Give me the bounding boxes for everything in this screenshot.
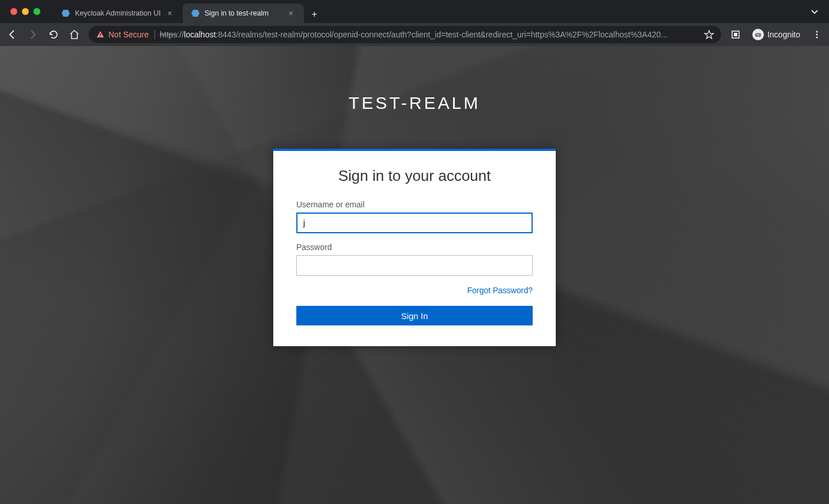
forgot-row: Forgot Password? (296, 285, 533, 295)
expand-tabs-button[interactable] (805, 7, 824, 16)
keycloak-favicon-icon (61, 9, 70, 18)
password-label: Password (296, 242, 533, 252)
close-window-button[interactable] (10, 8, 17, 15)
svg-marker-0 (62, 10, 70, 17)
forward-button[interactable] (27, 28, 39, 41)
svg-rect-3 (100, 36, 100, 37)
warning-icon (96, 30, 105, 39)
new-tab-button[interactable]: + (306, 6, 323, 23)
incognito-indicator[interactable]: Incognito (750, 29, 802, 40)
browser-menu-button[interactable] (811, 28, 823, 41)
username-label: Username or email (296, 200, 533, 209)
security-text: Not Secure (108, 30, 149, 39)
page-content: TEST-REALM Sign in to your account Usern… (0, 46, 829, 504)
password-input[interactable] (296, 255, 533, 276)
svg-point-7 (816, 34, 818, 36)
close-tab-icon[interactable]: × (165, 9, 175, 18)
keycloak-favicon-icon (191, 9, 200, 18)
login-card: Sign in to your account Username or emai… (273, 149, 556, 346)
browser-tab-active[interactable]: Sign in to test-realm × (183, 3, 304, 23)
incognito-label: Incognito (767, 30, 800, 39)
svg-point-6 (816, 31, 818, 33)
window-controls (5, 8, 46, 15)
minimize-window-button[interactable] (22, 8, 29, 15)
svg-marker-1 (191, 10, 199, 17)
browser-tab-inactive[interactable]: Keycloak Administration UI × (53, 3, 183, 23)
home-button[interactable] (68, 28, 81, 41)
url-text: https://localhost:8443/realms/test-realm… (160, 30, 699, 39)
security-indicator[interactable]: Not Secure (96, 30, 155, 39)
maximize-window-button[interactable] (33, 8, 40, 15)
password-group: Password (296, 242, 533, 276)
browser-toolbar: Not Secure https://localhost:8443/realms… (0, 23, 829, 46)
svg-point-8 (816, 37, 818, 39)
extensions-button[interactable] (729, 28, 742, 41)
reload-button[interactable] (47, 28, 60, 41)
username-input[interactable] (296, 213, 533, 233)
browser-tabs: Keycloak Administration UI × Sign in to … (53, 0, 323, 23)
login-header: Sign in to your account (296, 167, 533, 185)
bookmark-star-icon[interactable] (704, 29, 714, 40)
tab-title: Keycloak Administration UI (75, 9, 161, 17)
realm-title: TEST-REALM (0, 46, 829, 113)
forgot-password-link[interactable]: Forgot Password? (467, 286, 533, 295)
browser-tabstrip: Keycloak Administration UI × Sign in to … (0, 0, 829, 23)
back-button[interactable] (6, 28, 18, 41)
address-bar[interactable]: Not Secure https://localhost:8443/realms… (89, 26, 721, 43)
tab-title: Sign in to test-realm (205, 9, 282, 17)
signin-button[interactable]: Sign In (296, 306, 533, 325)
username-group: Username or email (296, 200, 533, 233)
close-tab-icon[interactable]: × (287, 9, 296, 18)
incognito-icon (752, 29, 764, 40)
svg-rect-5 (734, 33, 737, 36)
svg-rect-2 (100, 33, 100, 36)
